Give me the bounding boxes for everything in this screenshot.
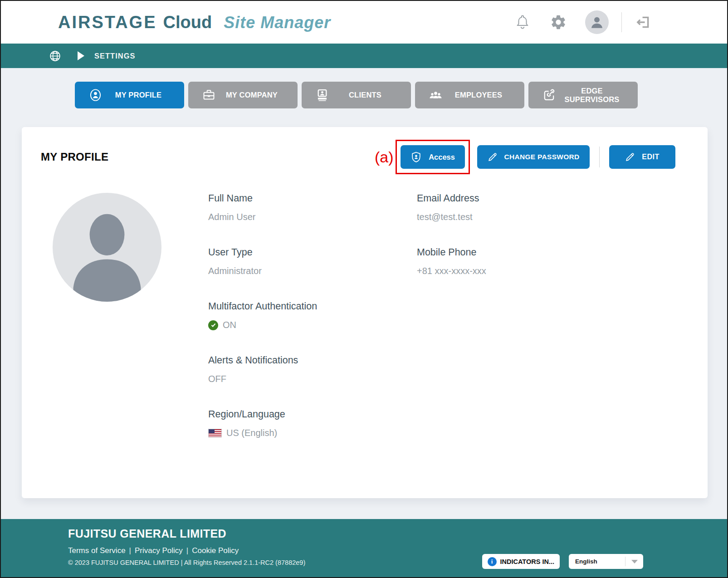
page-title: MY PROFILE	[41, 151, 108, 163]
people-group-icon	[429, 88, 443, 102]
brand-logo: AIRSTAGE Cloud Site Manager	[58, 13, 331, 32]
footer-company: FUJITSU GENERAL LIMITED	[68, 527, 226, 540]
person-circle-icon	[88, 88, 103, 102]
field-region-language: Region/Language US (English)	[208, 409, 417, 438]
field-email-address: Email Address test@test.test	[417, 193, 486, 222]
field-alerts-notifications: Alerts & Notifications OFF	[208, 355, 417, 384]
logout-icon[interactable]	[635, 15, 651, 30]
person-icon	[589, 15, 605, 30]
field-full-name: Full Name Admin User	[208, 193, 417, 222]
briefcase-icon	[202, 88, 216, 102]
tab-my-profile[interactable]: MY PROFILE	[75, 82, 184, 108]
edit-button[interactable]: EDIT	[609, 145, 675, 169]
brand-cloud: Cloud	[163, 13, 212, 32]
breadcrumb-settings[interactable]: SETTINGS	[94, 52, 136, 60]
green-check-icon	[208, 320, 218, 330]
breadcrumb-bar: SETTINGS	[1, 44, 727, 68]
field-user-type: User Type Administrator	[208, 247, 417, 276]
brand-airstage: AIRSTAGE	[58, 13, 157, 32]
footer-controls: i INDICATORS IN... English	[482, 554, 644, 569]
language-dropdown[interactable]: English	[569, 554, 643, 569]
profile-actions: (a) Access CHANGE PASSWO	[375, 140, 675, 174]
language-selected-value: English	[575, 558, 597, 565]
info-icon: i	[488, 557, 497, 566]
dropdown-arrow-zone	[625, 557, 643, 566]
globe-icon[interactable]	[49, 50, 61, 62]
actions-divider	[599, 147, 600, 167]
annotation-highlight-box: Access	[396, 140, 470, 174]
header-avatar[interactable]	[585, 10, 609, 34]
fields-column-left: Full Name Admin User User Type Administr…	[208, 193, 417, 463]
tab-employees[interactable]: EMPLOYEES	[415, 82, 524, 108]
indicators-info-button[interactable]: i INDICATORS IN...	[482, 554, 560, 569]
annotation-a: (a)	[375, 148, 394, 166]
link-box-icon	[542, 88, 556, 102]
field-mobile-phone: Mobile Phone +81 xxx-xxxx-xxx	[417, 247, 486, 276]
settings-tabs: MY PROFILE MY COMPANY CLIENTS	[75, 82, 727, 108]
field-multifactor-authentication: Multifactor Authentication ON	[208, 301, 417, 330]
footer-links: Terms of Service|Privacy Policy|Cookie P…	[68, 546, 239, 555]
mfa-status: ON	[223, 320, 236, 330]
terms-of-service-link[interactable]: Terms of Service	[68, 546, 126, 555]
bell-icon[interactable]	[515, 14, 530, 30]
app-header: AIRSTAGE Cloud Site Manager	[1, 1, 727, 44]
profile-body: Full Name Admin User User Type Administr…	[53, 193, 486, 463]
shield-person-icon	[410, 151, 422, 163]
my-profile-card: MY PROFILE (a) Access	[22, 127, 708, 498]
access-button[interactable]: Access	[401, 145, 465, 169]
fields-column-right: Email Address test@test.test Mobile Phon…	[417, 193, 486, 463]
header-icons	[515, 1, 651, 44]
pencil-icon	[625, 152, 635, 162]
cookie-policy-link[interactable]: Cookie Policy	[192, 546, 239, 555]
header-divider	[621, 12, 622, 32]
tab-edge-supervisors[interactable]: EDGE SUPERVISORS	[528, 82, 638, 108]
brand-product: Site Manager	[224, 13, 331, 32]
profile-avatar	[53, 193, 161, 302]
gear-icon[interactable]	[550, 14, 567, 31]
breadcrumb-arrow-icon	[78, 51, 84, 60]
change-password-button[interactable]: CHANGE PASSWORD	[477, 145, 590, 169]
privacy-policy-link[interactable]: Privacy Policy	[135, 546, 183, 555]
tab-clients[interactable]: CLIENTS	[302, 82, 411, 108]
us-flag-icon	[208, 429, 222, 437]
stamp-card-icon	[315, 88, 329, 102]
tab-my-company[interactable]: MY COMPANY	[188, 82, 298, 108]
region-language-value: US (English)	[226, 428, 277, 438]
chevron-down-icon	[631, 560, 638, 563]
footer-copyright: © 2023 FUJITSU GENERAL LIMITED | All Rig…	[68, 559, 305, 566]
pencil-icon	[487, 152, 498, 162]
app-footer: FUJITSU GENERAL LIMITED Terms of Service…	[1, 519, 727, 577]
